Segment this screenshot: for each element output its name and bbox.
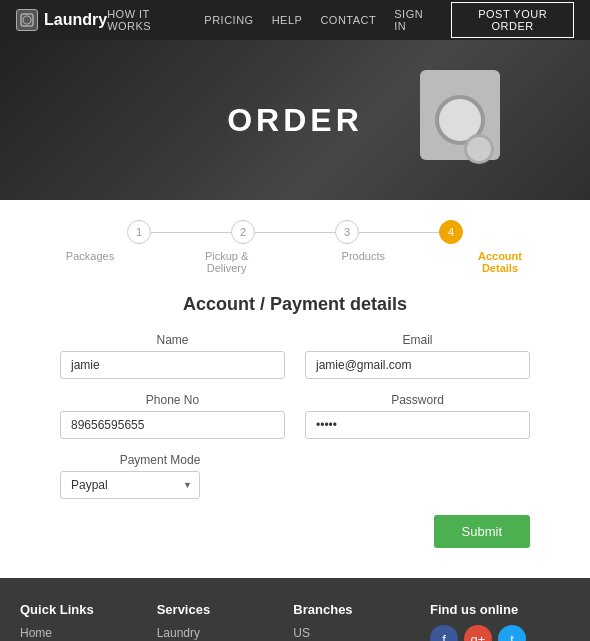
quick-links-list: Home How it Works Pricing Help Post your… (20, 625, 137, 641)
form-section: Account / Payment details Name Email Pho… (0, 284, 590, 578)
submit-button[interactable]: Submit (434, 515, 530, 548)
step-4-circle: 4 (439, 220, 463, 244)
nav-help[interactable]: HELP (272, 14, 303, 26)
name-input[interactable] (60, 351, 285, 379)
step-2-label: Pickup & Delivery (187, 250, 267, 274)
email-input[interactable] (305, 351, 530, 379)
footer-branches: Branches US Switzerland England Singapor… (293, 602, 410, 641)
steps-labels: Packages Pickup & Delivery Products Acco… (40, 250, 550, 274)
step-line-3 (359, 232, 439, 233)
social-icons: f g+ t (430, 625, 570, 641)
branches-heading: Branches (293, 602, 410, 617)
step-3-circle: 3 (335, 220, 359, 244)
google-plus-icon[interactable]: g+ (464, 625, 492, 641)
footer: Quick Links Home How it Works Pricing He… (0, 578, 590, 641)
step-line-1 (151, 232, 231, 233)
nav-how-it-works[interactable]: HOW IT WORKS (107, 8, 186, 32)
steps-row: 1 2 3 4 (40, 220, 550, 244)
logo-icon (16, 9, 38, 31)
step-line-2 (255, 232, 335, 233)
email-label: Email (305, 333, 530, 347)
name-label: Name (60, 333, 285, 347)
steps-section: 1 2 3 4 Packages Pickup & Delivery Produ… (0, 200, 590, 284)
step-1-label: Packages (50, 250, 130, 274)
footer-quick-links: Quick Links Home How it Works Pricing He… (20, 602, 137, 641)
find-us-heading: Find us online (430, 602, 570, 617)
footer-top: Quick Links Home How it Works Pricing He… (20, 602, 570, 641)
svg-point-1 (23, 16, 31, 24)
submit-row: Submit (60, 515, 530, 548)
logo-text: Laundry (44, 11, 107, 29)
email-group: Email (305, 333, 530, 379)
twitter-icon[interactable]: t (498, 625, 526, 641)
branch-us[interactable]: US (293, 626, 310, 640)
nav-contact[interactable]: CONTACT (320, 14, 376, 26)
payment-select-wrap: Paypal Credit Card Cash (60, 471, 200, 499)
list-item: Home (20, 625, 137, 640)
main-nav: HOW IT WORKS PRICING HELP CONTACT SIGN I… (107, 2, 574, 38)
list-item: US (293, 625, 410, 640)
logo: Laundry (16, 9, 107, 31)
password-label: Password (305, 393, 530, 407)
step-2-circle: 2 (231, 220, 255, 244)
header: Laundry HOW IT WORKS PRICING HELP CONTAC… (0, 0, 590, 40)
step-1-circle: 1 (127, 220, 151, 244)
payment-select[interactable]: Paypal Credit Card Cash (60, 471, 200, 499)
quick-links-heading: Quick Links (20, 602, 137, 617)
phone-group: Phone No (60, 393, 285, 439)
washing-machine-decoration (410, 60, 510, 180)
footer-find-us: Find us online f g+ t Payment methods: V… (430, 602, 570, 641)
footer-service-laundry[interactable]: Laundry (157, 626, 200, 640)
footer-link-home[interactable]: Home (20, 626, 52, 640)
footer-services: Services Laundry Painting Mechanic Wash … (157, 602, 274, 641)
phone-password-row: Phone No Password (60, 393, 530, 439)
name-group: Name (60, 333, 285, 379)
services-list: Laundry Painting Mechanic Wash Electrici… (157, 625, 274, 641)
phone-label: Phone No (60, 393, 285, 407)
hero-title: ORDER (227, 102, 363, 139)
password-group: Password (305, 393, 530, 439)
step-3-label: Products (323, 250, 403, 274)
nav-pricing[interactable]: PRICING (204, 14, 253, 26)
facebook-icon[interactable]: f (430, 625, 458, 641)
password-input[interactable] (305, 411, 530, 439)
phone-input[interactable] (60, 411, 285, 439)
nav-sign-in[interactable]: SIGN IN (394, 8, 433, 32)
payment-row: Payment Mode Paypal Credit Card Cash (60, 453, 530, 499)
step-4-label: Account Details (460, 250, 540, 274)
form-title: Account / Payment details (60, 294, 530, 315)
name-email-row: Name Email (60, 333, 530, 379)
branches-list: US Switzerland England Singapore Germany (293, 625, 410, 641)
services-heading: Services (157, 602, 274, 617)
list-item: Laundry (157, 625, 274, 640)
hero-section: ORDER (0, 40, 590, 200)
payment-group: Payment Mode Paypal Credit Card Cash (60, 453, 260, 499)
post-order-button[interactable]: POST YOUR ORDER (451, 2, 574, 38)
payment-label: Payment Mode (60, 453, 260, 467)
